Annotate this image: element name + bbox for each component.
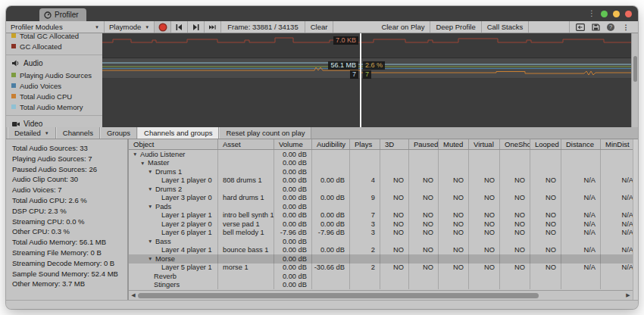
cell-muted: NO <box>439 211 469 220</box>
stat-line: Total Audio CPU: 2.6 % <box>12 195 127 206</box>
cell-looped <box>530 159 561 168</box>
save-profile-button[interactable] <box>589 23 602 32</box>
table-row-morse[interactable]: ▼Morse0.00 dB <box>129 254 633 264</box>
chart-vertical-scrollbar[interactable] <box>631 33 638 127</box>
chart-area[interactable]: 7.0 KB 56.1 MB 2.6 % 7 7 <box>102 33 631 127</box>
table-row-audio-listener[interactable]: ▼Audio Listener0.00 dB <box>129 150 633 159</box>
column-header-paused[interactable]: Paused <box>409 139 439 149</box>
module-header-label: Video <box>23 120 42 127</box>
cell-muted <box>439 185 469 194</box>
next-frame-button[interactable] <box>188 21 205 33</box>
object-label: Layer 4 player 1 <box>161 246 212 254</box>
load-profile-button[interactable] <box>574 23 586 32</box>
cell-muted: NO <box>439 264 469 273</box>
help-button[interactable]: ? <box>605 23 617 32</box>
module-legend-item[interactable]: Total Audio CPU <box>6 91 102 101</box>
column-header-virtual[interactable]: Virtual <box>469 139 500 149</box>
scrollbar-thumb[interactable] <box>633 56 637 82</box>
tree-expand-arrow[interactable]: ▼ <box>148 169 155 174</box>
table-row-drums-1[interactable]: ▼Drums 10.00 dB <box>129 167 633 176</box>
cell-audibility <box>312 159 350 168</box>
module-legend-item[interactable]: Audio Voices <box>6 80 102 91</box>
module-legend-item[interactable]: Total Audio Memory <box>6 101 102 112</box>
tree-expand-arrow[interactable]: ▼ <box>148 239 155 244</box>
current-frame-button[interactable] <box>205 21 221 33</box>
cell-distance: N/A <box>561 176 601 186</box>
table-row-layer-1-player-1[interactable]: Layer 1 player 1intro bell synth 10.00 d… <box>129 211 633 220</box>
stat-line: Paused Audio Sources: 26 <box>12 164 127 175</box>
table-row-master[interactable]: ▼Master0.00 dB <box>129 159 633 168</box>
scroll-left-arrow[interactable]: ◀ <box>130 292 136 298</box>
tab-groups[interactable]: Groups <box>100 127 137 139</box>
titlebar[interactable]: Profiler ⋮ <box>6 6 638 21</box>
table-row-pads[interactable]: ▼Pads0.00 dB <box>129 202 633 211</box>
column-header-oneshot[interactable]: OneShot <box>500 139 530 149</box>
scroll-right-arrow[interactable]: ▶ <box>625 292 631 298</box>
window-minimize-button[interactable] <box>613 11 620 17</box>
cell-audibility <box>312 202 350 211</box>
table-row-layer-2-player-0[interactable]: Layer 2 player 0verse pad 10.00 dB0.00 d… <box>129 220 633 229</box>
detailed-dropdown-tab[interactable]: Detailed ▼ <box>8 127 56 139</box>
cell-volume: 0.00 dB <box>274 281 312 290</box>
reset-play-count-toggle[interactable]: Reset play count on play <box>219 127 311 139</box>
column-header-d3[interactable]: 3D <box>380 139 409 149</box>
cell-oneshot: NO <box>500 264 530 273</box>
column-header-audibility[interactable]: Audibility <box>312 139 350 149</box>
table-row-stingers[interactable]: Stingers0.00 dB <box>129 281 633 290</box>
scrollbar-track[interactable] <box>136 292 625 299</box>
playhead-line[interactable] <box>360 33 361 127</box>
column-header-volume[interactable]: Volume <box>274 139 312 149</box>
module-legend-item[interactable]: Total GC Allocated <box>6 33 102 41</box>
module-legend-item[interactable]: Playing Audio Sources <box>6 70 102 80</box>
tree-expand-arrow[interactable]: ▼ <box>133 151 140 157</box>
tree-expand-arrow[interactable]: ▼ <box>148 204 155 209</box>
clear-on-play-button[interactable]: Clear on Play <box>376 21 430 33</box>
table-row-drums-2[interactable]: ▼Drums 20.00 dB <box>129 185 633 194</box>
clear-button[interactable]: Clear <box>305 21 334 33</box>
cell-oneshot <box>500 150 530 159</box>
column-header-plays[interactable]: Plays <box>350 139 380 149</box>
table-row-bass[interactable]: ▼Bass0.00 dB <box>129 237 633 246</box>
table-row-layer-3-player-0[interactable]: Layer 3 player 0hard drums 10.00 dB0.00 … <box>129 194 633 203</box>
module-header-audio[interactable]: Audio <box>6 58 102 70</box>
module-separator <box>6 115 102 116</box>
column-header-asset[interactable]: Asset <box>218 139 274 149</box>
column-header-looped[interactable]: Looped <box>530 139 561 149</box>
tree-expand-arrow[interactable]: ▼ <box>148 186 155 192</box>
titlebar-menu-icon[interactable]: ⋮ <box>588 10 596 17</box>
table-row-layer-6-player-1[interactable]: Layer 6 player 1bell melody 1-7.96 dB-7.… <box>129 229 633 238</box>
table-row-reverb[interactable]: Reverb0.00 dB <box>129 272 633 281</box>
chevron-down-icon: ▼ <box>95 25 99 30</box>
tab-channels[interactable]: Channels <box>56 127 100 139</box>
tab-profiler[interactable]: Profiler <box>39 8 86 21</box>
column-header-muted[interactable]: Muted <box>439 139 469 149</box>
scrollbar-thumb[interactable] <box>138 293 539 298</box>
column-header-object[interactable]: Object <box>129 139 218 149</box>
playmode-dropdown[interactable]: Playmode ▼ <box>105 21 155 33</box>
tree-expand-arrow[interactable]: ▼ <box>148 256 155 261</box>
call-stacks-button[interactable]: Call Stacks <box>482 21 530 33</box>
cell-paused <box>409 159 439 168</box>
module-separator <box>6 55 102 55</box>
context-menu-button[interactable]: ⋮ <box>620 23 632 32</box>
module-legend-item[interactable]: GC Allocated <box>6 41 102 51</box>
previous-frame-button[interactable] <box>171 21 188 33</box>
cell-mindist <box>601 254 633 264</box>
record-button[interactable] <box>155 21 171 33</box>
window-close-button[interactable] <box>625 11 632 17</box>
horizontal-scrollbar[interactable]: ◀ ▶ <box>129 290 633 300</box>
cell-mindist <box>601 150 633 159</box>
table-row-layer-5-player-1[interactable]: Layer 5 player 1morse 10.00 dB-30.66 dB2… <box>129 264 633 273</box>
profiler-modules-dropdown[interactable]: Profiler Modules ▼ <box>6 21 105 33</box>
column-header-mindist[interactable]: MinDist <box>601 139 633 149</box>
column-header-distance[interactable]: Distance <box>561 139 601 149</box>
table-row-layer-1-player-0[interactable]: Layer 1 player 0808 drums 10.00 dB0.00 d… <box>129 176 633 186</box>
tree-expand-arrow[interactable]: ▼ <box>140 161 148 166</box>
legend-color-swatch <box>11 73 16 77</box>
tab-channels-and-groups[interactable]: Channels and groups <box>137 127 219 139</box>
legend-color-swatch <box>11 104 16 109</box>
table-row-layer-4-player-1[interactable]: Layer 4 player 1bounce bass 10.00 dB0.00… <box>129 246 633 255</box>
deep-profile-button[interactable]: Deep Profile <box>430 21 481 33</box>
module-header-video[interactable]: Video <box>6 118 102 127</box>
window-zoom-button[interactable] <box>601 11 608 17</box>
